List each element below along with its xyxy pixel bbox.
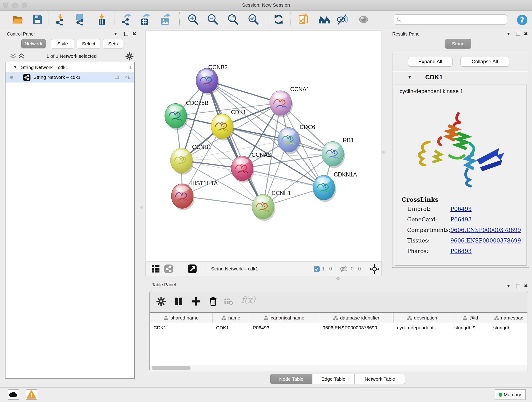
show-columns-icon[interactable] (173, 296, 184, 306)
control-panel-collapse-icon[interactable]: ▼ (114, 31, 118, 37)
scrollbar-thumb[interactable] (152, 366, 191, 370)
close-window-icon[interactable] (3, 2, 8, 8)
crosslink-link[interactable]: 9606.ENSP00000378699 (450, 227, 521, 233)
table-cell[interactable]: stringdb (490, 323, 527, 332)
minimize-window-icon[interactable] (12, 2, 18, 8)
birdseye-view-icon[interactable] (188, 264, 197, 274)
show-panel-icon[interactable] (358, 13, 370, 26)
column-type-icon (462, 315, 467, 320)
selected-checkbox-icon[interactable] (314, 266, 320, 272)
column-header[interactable]: canonical name (249, 313, 319, 323)
crosslink-label: Tissues: (407, 237, 430, 244)
edge-count: 48 (125, 75, 130, 80)
memory-button[interactable]: Memory (495, 389, 526, 400)
zoom-out-icon[interactable] (207, 13, 219, 26)
export-network-icon[interactable] (120, 13, 132, 26)
network-collection-count: 1 (129, 65, 132, 70)
export-table-icon[interactable] (139, 13, 151, 26)
control-panel-float-icon[interactable] (124, 32, 128, 36)
refresh-icon[interactable] (273, 13, 285, 26)
crosslink-link[interactable]: P06493 (450, 248, 472, 254)
tab-node-table[interactable]: Node Table (270, 374, 312, 384)
node-label: CDC6 (300, 124, 315, 130)
column-header[interactable]: name (212, 313, 249, 323)
string-import-icon[interactable] (298, 13, 310, 26)
table-panel-float-icon[interactable] (516, 284, 520, 288)
save-session-icon[interactable] (32, 13, 43, 26)
control-panel-close-icon[interactable]: ✖ (132, 31, 136, 37)
zoom-window-icon[interactable] (22, 2, 27, 8)
column-type-icon (264, 315, 268, 320)
splitter-handle[interactable] (382, 151, 385, 153)
column-header[interactable]: database identifier (319, 313, 393, 323)
toolbar-separator (49, 12, 49, 27)
column-header[interactable]: @id (451, 313, 490, 323)
table-cell[interactable]: P06493 (249, 323, 319, 332)
column-header[interactable]: description (393, 313, 451, 323)
zoom-selected-icon[interactable] (247, 13, 259, 26)
import-table-icon[interactable] (96, 13, 108, 26)
column-header[interactable]: namespac (490, 313, 527, 323)
network-options-gear-icon[interactable] (125, 52, 134, 61)
table-cell[interactable]: CDK1 (150, 323, 212, 332)
tab-edge-table[interactable]: Edge Table (313, 374, 354, 384)
gene-collapse-icon[interactable]: ▼ (407, 75, 412, 80)
cloud-status-button[interactable] (8, 389, 19, 400)
export-image-icon[interactable] (159, 13, 171, 26)
zoom-in-icon[interactable] (187, 13, 199, 26)
tab-sets[interactable]: Sets (103, 39, 123, 48)
table-cell[interactable]: 9606.ENSP00000378699 (319, 323, 393, 332)
crosslink-link[interactable]: 9606.ENSP00000378699 (450, 237, 521, 244)
zoom-fit-icon[interactable] (227, 13, 239, 26)
tab-select[interactable]: Select (77, 39, 100, 48)
results-panel-float-icon[interactable] (516, 32, 520, 36)
column-label: description (414, 315, 437, 321)
network-canvas[interactable]: CCNB2CCNA1CDC25BCDK1CDC6RB1CCNB1CCNA2HIS… (146, 31, 382, 261)
hide-panel-icon[interactable] (336, 13, 348, 26)
expand-all-button[interactable]: Expand All (408, 57, 452, 66)
network-edge[interactable] (222, 126, 333, 154)
grid-view-icon[interactable] (152, 264, 160, 273)
import-network-icon[interactable] (54, 13, 66, 26)
column-type-icon (407, 315, 412, 320)
tab-network[interactable]: Network (21, 39, 46, 48)
table-cell[interactable]: CDK1 (212, 323, 249, 332)
expand-all-icon[interactable] (17, 53, 25, 60)
column-header[interactable]: shared name (150, 313, 212, 323)
delete-column-trash-icon[interactable] (208, 296, 218, 306)
table-cell[interactable]: cyclin-dependent ... (393, 323, 451, 332)
help-icon[interactable]: ? (516, 14, 528, 26)
add-column-icon[interactable] (191, 296, 201, 306)
network-collection-row[interactable]: ▼ String Network – cdk1 1 (6, 63, 134, 72)
warnings-button[interactable] (26, 389, 37, 400)
table-cell[interactable]: stringdb:9... (451, 323, 490, 332)
table-options-gear-icon[interactable] (156, 296, 166, 306)
open-session-icon[interactable] (12, 13, 23, 26)
tab-style[interactable]: Style (51, 39, 74, 48)
results-panel-collapse-icon[interactable]: ▼ (506, 31, 511, 37)
fit-selected-crosshair-icon[interactable] (370, 264, 380, 274)
import-database-icon[interactable] (74, 13, 86, 26)
table-panel-close-icon[interactable]: ✖ (524, 283, 528, 289)
horizontal-scrollbar[interactable] (150, 365, 527, 370)
search-input[interactable] (404, 16, 504, 23)
table-panel-collapse-icon[interactable]: ▼ (506, 283, 511, 289)
crosslink-link[interactable]: P06493 (450, 216, 472, 223)
string-view-icon[interactable] (164, 264, 173, 274)
search-field[interactable] (394, 14, 507, 25)
node-label: CCNB1 (192, 144, 211, 150)
tab-network-table[interactable]: Network Table (355, 374, 405, 384)
network-graph[interactable]: CCNB2CCNA1CDC25BCDK1CDC6RB1CCNB1CCNA2HIS… (146, 31, 381, 261)
collapse-all-icon[interactable] (9, 53, 17, 60)
string-network-icon (23, 74, 31, 81)
network-edge[interactable] (207, 81, 263, 207)
hidden-count: 0 - 0 (351, 262, 361, 276)
tab-string[interactable]: String (445, 39, 471, 49)
network-row-selected[interactable]: String Network – cdk1 11 48 (6, 72, 134, 83)
home-icon[interactable] (318, 13, 330, 26)
results-panel-close-icon[interactable]: ✖ (524, 31, 528, 37)
tree-expand-icon[interactable]: ▼ (13, 65, 17, 70)
collapse-all-button[interactable]: Collapse All (461, 57, 509, 66)
splitter-handle[interactable] (140, 206, 143, 209)
crosslink-link[interactable]: P06493 (450, 206, 472, 212)
